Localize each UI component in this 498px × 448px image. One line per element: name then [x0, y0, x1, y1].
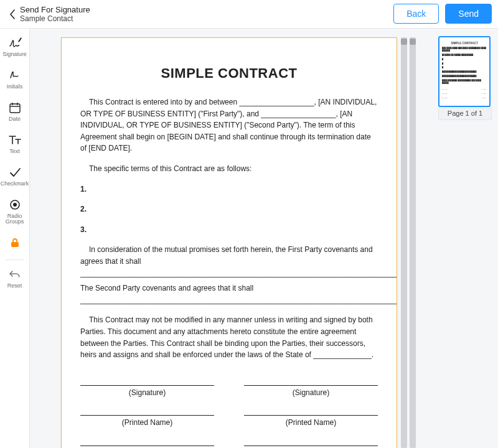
radio-icon: [8, 198, 22, 212]
tool-initials[interactable]: Initials: [1, 66, 29, 92]
modification-clause: This Contract may not be modified in any…: [80, 314, 378, 360]
tool-label: Checkmark: [1, 181, 29, 187]
consideration-second: The Second Party covenants and agrees th…: [80, 282, 378, 306]
term-1: 1.: [80, 184, 378, 195]
svg-rect-0: [17, 37, 21, 42]
header-title: Send For Signature: [20, 5, 90, 15]
tool-radio-groups[interactable]: Radio Groups: [1, 195, 29, 227]
signature-icon: [8, 36, 22, 50]
document-body: This Contract is entered into by and bet…: [80, 96, 378, 448]
svg-rect-7: [11, 242, 19, 247]
back-button[interactable]: Back: [393, 4, 439, 24]
signature-label: (Signature): [80, 387, 214, 399]
document-page[interactable]: SIMPLE CONTRACT This Contract is entered…: [61, 37, 397, 448]
tool-checkmark[interactable]: Checkmark: [1, 163, 29, 189]
term-2: 2.: [80, 203, 378, 215]
document-canvas[interactable]: SIMPLE CONTRACT This Contract is entered…: [30, 29, 498, 448]
tool-lock-upgrade[interactable]: [1, 233, 29, 252]
send-button[interactable]: Send: [445, 4, 492, 24]
text-icon: [8, 133, 22, 147]
tool-label: Initials: [7, 84, 23, 90]
term-3: 3.: [80, 224, 378, 236]
svg-point-6: [13, 203, 17, 207]
back-icon[interactable]: [6, 0, 19, 29]
signature-left-col: (Signature): [80, 378, 214, 399]
paragraph-intro: This Contract is entered into by and bet…: [80, 96, 378, 154]
tool-reset[interactable]: Reset: [1, 265, 29, 291]
tool-label: Reset: [7, 283, 22, 289]
tool-label: Radio Groups: [1, 213, 29, 225]
tool-signature[interactable]: Signature: [1, 34, 29, 60]
field-toolbar: Signature Initials Date Text Checkmark: [0, 29, 30, 448]
signature-right-col: (Signature): [244, 378, 378, 399]
header-actions: Back Send: [393, 4, 492, 24]
header-subtitle: Sample Contact: [20, 14, 90, 23]
page-thumbnail[interactable]: SIMPLE CONTRACT ███ ████ ████ ███ ████ █…: [438, 36, 491, 107]
scrollbar-left[interactable]: [401, 37, 407, 448]
calendar-icon: [8, 101, 22, 114]
undo-icon: [8, 268, 22, 281]
tool-date[interactable]: Date: [1, 98, 29, 124]
page-header: Send For Signature Sample Contact Back S…: [0, 0, 498, 29]
initials-icon: [8, 68, 22, 82]
tool-label: Text: [9, 149, 20, 154]
toolbar-divider: [6, 259, 24, 260]
address-row: (Address) (Address): [80, 439, 378, 448]
consideration-first: In consideration of the mutual promises …: [80, 244, 378, 279]
thumbnail-caption: Page 1 of 1: [438, 107, 492, 120]
printed-label: (Printed Name): [244, 417, 378, 429]
scroll-gutters[interactable]: [401, 37, 416, 448]
lock-icon: [8, 236, 22, 250]
tool-text[interactable]: Text: [1, 131, 29, 157]
signature-row: (Signature) (Signature): [80, 378, 378, 399]
thumbnail-panel: SIMPLE CONTRACT ███ ████ ████ ███ ████ █…: [438, 36, 492, 120]
tool-label: Signature: [2, 52, 27, 57]
signature-label: (Signature): [244, 387, 378, 399]
scrollbar-right[interactable]: [410, 37, 416, 448]
checkmark-icon: [8, 166, 22, 179]
printed-row: (Printed Name) (Printed Name): [80, 408, 378, 429]
tool-label: Date: [9, 116, 21, 122]
terms-intro: The specific terms of this Contract are …: [80, 163, 378, 175]
header-titles: Send For Signature Sample Contact: [20, 5, 90, 24]
printed-label: (Printed Name): [80, 417, 214, 429]
svg-rect-1: [10, 104, 20, 113]
document-title: SIMPLE CONTRACT: [80, 65, 378, 82]
